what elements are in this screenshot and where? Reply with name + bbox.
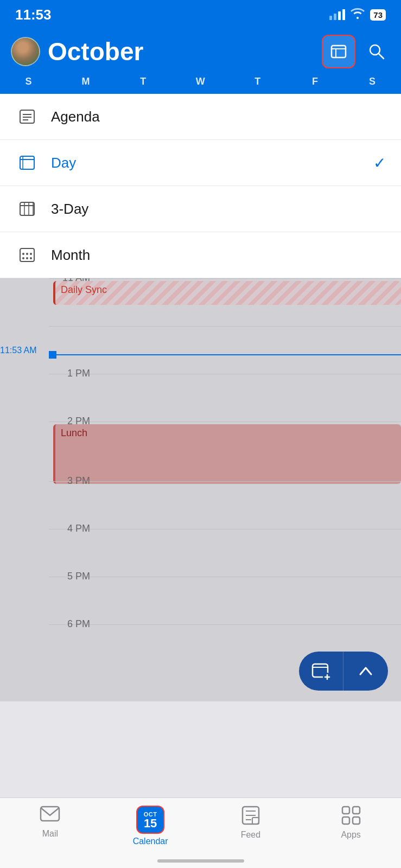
avatar[interactable] [11,37,40,66]
menu-item-3day[interactable]: 3-Day [0,186,401,232]
scroll-up-button[interactable] [343,652,388,691]
menu-item-agenda[interactable]: Agenda [0,94,401,140]
mail-tab-label: Mail [42,829,58,839]
calendar-tab-label: Calendar [133,837,168,846]
time-slot-12pm [49,326,401,374]
svg-rect-9 [20,156,34,169]
time-slot-4pm: 4 PM [49,529,401,577]
view-toggle-button[interactable] [322,35,355,68]
month-icon [15,243,39,267]
dow-monday: M [58,76,115,87]
menu-item-month[interactable]: Month [0,232,401,278]
dow-saturday: S [343,76,401,87]
event-lunch-title: Lunch [61,427,87,438]
3day-label: 3-Day [51,201,88,218]
tab-calendar[interactable]: OCT 15 Calendar [100,803,201,846]
month-label: Month [51,247,90,264]
tab-bar: Mail OCT 15 Calendar Feed [0,797,401,868]
tab-apps[interactable]: Apps [301,803,401,840]
time-slot-5pm: 5 PM [49,577,401,624]
day-of-week-row: S M T W T F S [0,73,401,94]
day-label: Day [51,155,76,171]
svg-point-23 [30,257,32,259]
agenda-label: Agenda [51,108,100,125]
signal-icon [329,9,345,20]
svg-line-4 [379,54,384,59]
dow-wednesday: W [172,76,230,87]
menu-item-day[interactable]: Day ✓ [0,140,401,186]
time-label-4pm: 4 PM [49,523,94,534]
svg-point-21 [22,257,24,259]
time-slot-1pm: 1 PM [49,374,401,422]
add-event-button[interactable] [299,652,343,691]
time-label-5pm: 5 PM [49,571,94,582]
app-container: 11:53 73 [0,0,401,868]
status-icons: 73 [329,8,386,22]
apps-tab-label: Apps [341,830,360,840]
feed-icon [241,806,260,827]
view-dropdown-menu: Agenda Day ✓ [0,94,401,278]
day-check-icon: ✓ [373,154,386,172]
svg-rect-29 [41,807,59,821]
status-bar: 11:53 73 [0,0,401,29]
status-time: 11:53 [15,7,52,23]
svg-point-22 [26,257,28,259]
svg-rect-38 [353,817,360,824]
current-time-line [56,354,401,355]
fab-area [299,652,388,691]
calendar-grid: 11 AM Daily Sync 11:53 AM 1 PM [0,278,401,701]
mail-icon [40,806,60,826]
current-time-label: 11:53 AM [0,346,37,355]
event-daily-sync-title: Daily Sync [61,284,107,295]
apps-icon [341,806,361,827]
header-right [322,35,390,68]
agenda-icon [15,105,39,129]
dow-thursday: T [229,76,287,87]
time-label-1pm: 1 PM [49,368,94,379]
day-icon [15,151,39,175]
3day-icon [15,197,39,221]
tab-mail[interactable]: Mail [0,803,100,839]
current-time-indicator: 11:53 AM [49,351,401,359]
calendar-header: October [0,29,401,73]
home-indicator [157,859,244,863]
dow-sunday: S [0,76,58,87]
svg-rect-37 [342,817,349,824]
time-label-6pm: 6 PM [49,618,94,630]
dow-friday: F [287,76,344,87]
svg-point-19 [26,253,28,255]
current-time-dot [49,351,56,359]
svg-point-20 [30,253,32,255]
svg-rect-35 [342,807,349,814]
month-title: October [48,37,143,66]
header-left: October [11,37,143,66]
time-slot-2pm: 2 PM Lunch [49,422,401,481]
feed-tab-label: Feed [241,830,260,840]
tab-feed[interactable]: Feed [201,803,301,840]
svg-rect-12 [20,202,34,215]
event-lunch[interactable]: Lunch [53,424,401,484]
svg-rect-0 [332,46,346,58]
battery-icon: 73 [370,9,386,21]
wifi-icon [351,8,365,22]
time-slot-11am: 11 AM Daily Sync [49,278,401,326]
dow-tuesday: T [114,76,172,87]
svg-point-18 [22,253,24,255]
time-label-3pm: 3 PM [49,475,94,487]
search-button[interactable] [363,38,390,65]
time-slot-3pm: 3 PM [49,481,401,529]
time-grid: 11 AM Daily Sync 11:53 AM 1 PM [0,278,401,672]
event-daily-sync[interactable]: Daily Sync [53,281,401,305]
svg-rect-36 [353,807,360,814]
calendar-icon: OCT 15 [136,806,164,834]
